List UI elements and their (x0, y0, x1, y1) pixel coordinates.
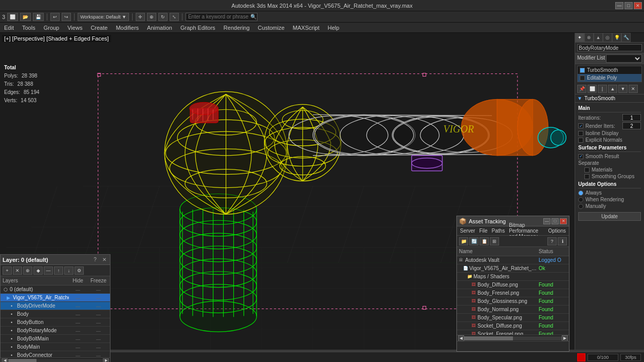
layer-move-down-btn[interactable]: ↓ (64, 266, 73, 275)
at-btn-4[interactable]: ⊞ (490, 237, 499, 245)
modifier-dropdown[interactable] (606, 54, 642, 63)
tab-display[interactable]: 💡 (612, 33, 621, 42)
modifier-editable-poly[interactable]: Editable Poly (578, 74, 641, 82)
toolbar-scale[interactable]: ⤡ (170, 13, 179, 21)
layer-select-btn[interactable]: ◆ (33, 266, 43, 275)
at-row-mainfile[interactable]: 📄 Vigor_V5675_Air_Ratchet_max_vray.max O… (457, 264, 569, 273)
at-scroll-track[interactable] (464, 336, 562, 340)
at-menu-file[interactable]: File (479, 228, 487, 234)
toolbar-undo[interactable]: ↩ (50, 13, 60, 21)
tab-modify[interactable]: ⊗ (584, 33, 594, 42)
materials-check[interactable] (584, 167, 590, 173)
workspace-dropdown[interactable]: Workspace: Default ▼ (78, 13, 129, 21)
menu-tools[interactable]: Tools (20, 24, 38, 31)
menu-maxscript[interactable]: MAXScript (291, 24, 322, 31)
menu-group[interactable]: Group (42, 24, 62, 31)
status-anim-btn[interactable] (577, 353, 585, 361)
scroll-right-btn[interactable]: ▶ (103, 358, 109, 363)
menu-customize[interactable]: Customize (256, 24, 287, 31)
render-iters-input[interactable] (622, 122, 641, 129)
toolbar-new[interactable]: ⬜ (7, 13, 18, 21)
layer-row-bodybutton[interactable]: • BodyButton — — (1, 318, 110, 327)
manually-radio[interactable] (578, 204, 583, 209)
isoline-check[interactable] (578, 131, 583, 136)
at-maximize-btn[interactable]: □ (551, 218, 559, 224)
menu-rendering[interactable]: Rendering (222, 24, 252, 31)
delete-modifier-icon[interactable]: ✕ (629, 85, 638, 93)
menu-help[interactable]: Help (326, 24, 342, 31)
pin-icon[interactable]: 📌 (577, 85, 586, 93)
menu-create[interactable]: Create (88, 24, 109, 31)
at-minimize-btn[interactable]: — (543, 218, 550, 224)
at-scroll-left[interactable]: ◀ (458, 335, 464, 341)
layer-new-btn[interactable]: + (3, 266, 12, 275)
at-row-vault[interactable]: 🏛 Autodesk Vault Logged O (457, 256, 569, 264)
toolbar-rotate[interactable]: ↻ (158, 13, 168, 21)
move-down-icon[interactable]: ▼ (618, 85, 628, 93)
at-row-body-glossiness[interactable]: 🖼 Body_Glossiness.png Found (457, 297, 569, 306)
toolbar-open[interactable]: 📂 (20, 13, 31, 21)
layer-row-bodyboltmain[interactable]: • BodyBoltMain — — (1, 335, 110, 343)
tube-icon[interactable]: ⬜ (587, 85, 597, 93)
layer-row-body[interactable]: • Body — — (1, 310, 110, 318)
menu-views[interactable]: Views (65, 24, 84, 31)
modifier-turbossmooth[interactable]: TurboSmooth (578, 66, 641, 74)
update-button[interactable]: Update (578, 212, 641, 221)
smoothing-groups-check[interactable] (584, 174, 590, 179)
tab-hierarchy[interactable]: ▲ (594, 33, 603, 42)
layer-help-button[interactable]: ? (91, 257, 99, 262)
when-rendering-radio[interactable] (578, 197, 583, 202)
at-row-socket-fresnel[interactable]: 🖼 Socket_Fresnel.png Found (457, 330, 569, 335)
layer-add-btn[interactable]: ⊕ (23, 266, 32, 275)
render-iters-check[interactable]: ✓ (578, 123, 583, 128)
close-button[interactable]: ✕ (634, 2, 642, 9)
layer-row-bodyrotarymode[interactable]: • BodyRotaryMode — — (1, 327, 110, 335)
layer-close-button[interactable]: ✕ (101, 257, 108, 262)
at-info-btn[interactable]: ℹ (558, 237, 567, 245)
explicit-normals-check[interactable] (578, 138, 583, 143)
at-row-maps[interactable]: 📁 Maps / Shaders (457, 273, 569, 281)
at-close-btn[interactable]: ✕ (560, 218, 567, 224)
menu-modifiers[interactable]: Modifiers (114, 24, 141, 31)
at-btn-2[interactable]: 🔄 (469, 237, 479, 245)
modifier-check-editable-poly[interactable] (580, 75, 585, 81)
layer-prop-btn[interactable]: ⚙ (75, 266, 84, 275)
layer-delete-btn[interactable]: ✕ (13, 266, 22, 275)
layer-highlight-btn[interactable]: — (44, 266, 53, 275)
modifier-check-turbossmooth[interactable] (580, 68, 585, 73)
layer-row-bodymain[interactable]: • BodyMain — — (1, 343, 110, 351)
layer-move-up-btn[interactable]: ↑ (54, 266, 63, 275)
tab-utilities[interactable]: 🔧 (621, 33, 631, 42)
search-button[interactable]: 🔍 (250, 14, 256, 20)
layer-row-default[interactable]: ⬡ 0 (default) — — (1, 285, 110, 294)
layer-row-bodydrivermode[interactable]: • BodyDriverMode — — (1, 302, 110, 310)
toolbar-save[interactable]: 💾 (33, 13, 44, 21)
asset-tracking-scrollbar[interactable]: ◀ ▶ (457, 335, 569, 341)
menu-animation[interactable]: Animation (145, 24, 174, 31)
at-btn-1[interactable]: 📁 (459, 237, 468, 245)
move-up-icon[interactable]: ▲ (608, 85, 617, 93)
at-menu-options[interactable]: Options (548, 228, 566, 234)
toolbar-redo[interactable]: ↪ (62, 13, 71, 21)
minimize-button[interactable]: — (615, 2, 623, 9)
at-scroll-right[interactable]: ▶ (562, 335, 568, 341)
search-input[interactable] (186, 13, 257, 21)
at-help-btn[interactable]: ? (547, 237, 557, 245)
at-row-socket-diffuse[interactable]: 🖼 Socket_Diffuse.png Found (457, 322, 569, 330)
smooth-result-check[interactable]: ✓ (578, 154, 583, 159)
tab-motion[interactable]: ◎ (603, 33, 612, 42)
iterations-input[interactable] (622, 114, 641, 121)
toolbar-select[interactable]: ✛ (136, 13, 145, 21)
always-radio[interactable] (578, 190, 583, 196)
object-name-field[interactable]: BodyRotaryMode (577, 44, 642, 51)
layer-row-bodyconnector[interactable]: • BodyConnector — — (1, 351, 110, 357)
at-btn-3[interactable]: 📋 (480, 237, 489, 245)
at-menu-paths[interactable]: Paths (492, 228, 505, 234)
at-menu-server[interactable]: Server (460, 228, 475, 234)
menu-graph-editors[interactable]: Graph Editors (178, 24, 217, 31)
at-row-body-normal[interactable]: 🖼 Body_Normal.png Found (457, 306, 569, 314)
at-row-body-fresnel[interactable]: 🖼 Body_Fresnel.png Found (457, 289, 569, 297)
at-row-body-specular[interactable]: 🖼 Body_Specular.png Found (457, 314, 569, 322)
toolbar-move[interactable]: ⊕ (147, 13, 156, 21)
at-row-body-diffuse[interactable]: 🖼 Body_Diffuse.png Found (457, 281, 569, 289)
